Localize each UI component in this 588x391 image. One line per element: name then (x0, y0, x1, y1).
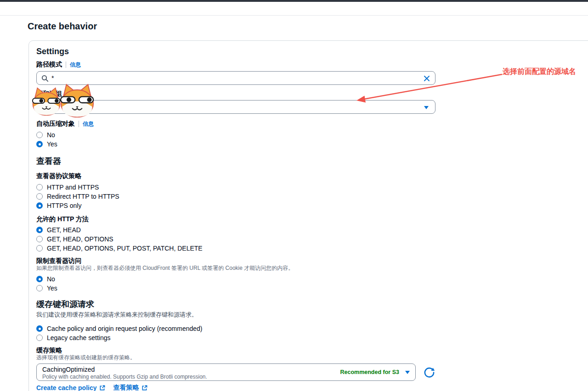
clear-icon[interactable] (423, 75, 430, 84)
protocol-option-https-only[interactable]: HTTPS only (36, 201, 435, 210)
radio-cache-policy-mode[interactable] (36, 325, 43, 332)
cache-section-description: 我们建议使用缓存策略和源请求策略来控制缓存键和源请求。 (36, 311, 435, 318)
radio-http-and-https[interactable] (36, 184, 43, 190)
viewer-heading: 查看器 (36, 156, 435, 166)
radio-label: HTTP and HTTPS (47, 184, 99, 191)
radio-get-head[interactable] (36, 227, 43, 233)
create-cache-policy-link[interactable]: Create cache policy (36, 384, 105, 391)
radio-restrict-no[interactable] (36, 276, 43, 282)
header-divider (0, 15, 588, 16)
recommended-badge: Recommended for S3 (340, 369, 399, 375)
view-policy-label: 查看策略 (113, 384, 139, 391)
restrict-access-label: 限制查看器访问 (36, 257, 81, 265)
radio-label: Cache policy and origin request policy (… (47, 325, 203, 332)
radio-label: GET, HEAD, OPTIONS, PUT, POST, PATCH, DE… (47, 245, 203, 252)
radio-label: No (47, 131, 55, 139)
path-pattern-label: 路径模式 (36, 61, 62, 69)
caret-down-icon (424, 106, 429, 109)
methods-option-get-head-options[interactable]: GET, HEAD, OPTIONS (36, 235, 435, 244)
protocol-policy-label: 查看器协议策略 (36, 172, 81, 180)
cache-policy-select[interactable]: CachingOptimized Policy with caching ena… (36, 363, 416, 381)
view-policy-link[interactable]: 查看策略 (113, 384, 147, 391)
radio-get-head-options[interactable] (36, 236, 43, 242)
page-title: Create behavior (28, 21, 97, 32)
radio-label: No (47, 275, 55, 283)
path-pattern-label-row: 路径模式 信息 (36, 61, 435, 68)
cache-mode-option-policy[interactable]: Cache policy and origin request policy (… (36, 324, 435, 333)
protocol-option-http-https[interactable]: HTTP and HTTPS (36, 183, 435, 192)
restrict-option-yes[interactable]: Yes (36, 284, 435, 293)
radio-label: Yes (47, 285, 57, 292)
radio-label: GET, HEAD, OPTIONS (47, 235, 113, 243)
compress-option-yes[interactable]: Yes (36, 140, 435, 149)
cache-mode-option-legacy[interactable]: Legacy cache settings (36, 333, 435, 342)
external-link-icon (141, 385, 147, 391)
compress-option-no[interactable]: No (36, 130, 435, 140)
create-cache-policy-label: Create cache policy (36, 384, 97, 391)
refresh-icon[interactable] (423, 366, 435, 379)
radio-compress-yes[interactable] (36, 141, 43, 147)
restrict-access-description: 如果您限制查看器访问，则查看器必须使用 CloudFront 签署的 URL 或… (36, 265, 435, 272)
cat-sticker (31, 87, 62, 116)
annotation-text: 选择前面配置的源域名 (503, 67, 576, 77)
protocol-policy-label-row: 查看器协议策略 (36, 173, 435, 180)
cache-policy-value: CachingOptimized (42, 366, 342, 374)
top-bar (0, 0, 588, 2)
radio-label: HTTPS only (47, 202, 81, 209)
restrict-access-label-row: 限制查看器访问 (36, 257, 435, 265)
radio-label: GET, HEAD (47, 226, 81, 234)
radio-legacy-cache[interactable] (36, 335, 43, 341)
cat-sticker (59, 83, 96, 117)
settings-heading: Settings (36, 46, 435, 56)
origin-select[interactable] (36, 100, 435, 114)
cache-section-heading: 缓存键和源请求 (36, 299, 435, 309)
restrict-option-no[interactable]: No (36, 274, 435, 284)
http-methods-label-row: 允许的 HTTP 方法 (36, 216, 435, 223)
path-pattern-info-link[interactable]: 信息 (70, 61, 81, 69)
external-link-icon (99, 385, 105, 391)
compress-info-link[interactable]: 信息 (83, 120, 94, 128)
protocol-option-redirect[interactable]: Redirect HTTP to HTTPS (36, 192, 435, 201)
methods-option-get-head[interactable]: GET, HEAD (36, 225, 435, 235)
label-divider (79, 121, 79, 127)
radio-https-only[interactable] (36, 202, 43, 209)
http-methods-label: 允许的 HTTP 方法 (36, 215, 89, 223)
cache-policy-value-description: Policy with caching enabled. Supports Gz… (42, 374, 342, 380)
caret-down-icon (405, 371, 410, 374)
methods-option-all[interactable]: GET, HEAD, OPTIONS, PUT, POST, PATCH, DE… (36, 244, 435, 253)
cache-policy-description: 选择现有缓存策略或创建新的缓存策略。 (36, 354, 435, 361)
radio-label: Yes (47, 140, 57, 148)
radio-compress-no[interactable] (36, 132, 43, 138)
path-pattern-input[interactable]: * (36, 71, 435, 85)
path-pattern-value: * (51, 74, 54, 82)
settings-card: Settings 路径模式 信息 * 源和源组 自动压缩对象 信息 (28, 40, 588, 391)
radio-label: Legacy cache settings (47, 334, 111, 341)
radio-all-methods[interactable] (36, 245, 43, 251)
search-icon (41, 75, 49, 84)
cache-policy-label-row: 缓存策略 (36, 347, 435, 354)
radio-redirect-to-https[interactable] (36, 193, 43, 200)
radio-label: Redirect HTTP to HTTPS (47, 193, 119, 200)
cache-policy-label: 缓存策略 (36, 346, 62, 355)
radio-restrict-yes[interactable] (36, 285, 43, 291)
compress-label-row: 自动压缩对象 信息 (36, 120, 435, 128)
origin-label-row: 源和源组 (36, 90, 435, 98)
compress-label: 自动压缩对象 (36, 120, 75, 128)
label-divider (66, 61, 66, 68)
